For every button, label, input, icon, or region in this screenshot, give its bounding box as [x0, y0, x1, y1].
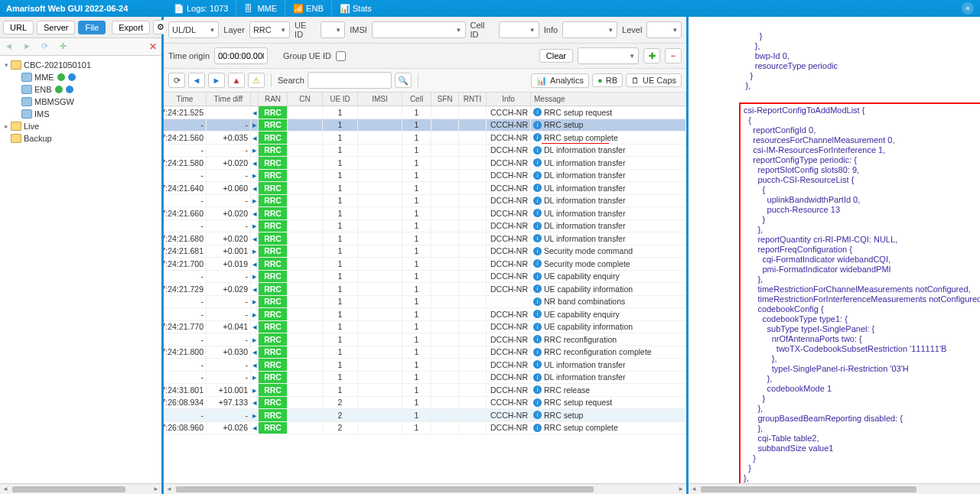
add-filter-icon[interactable]: ✚	[643, 48, 660, 63]
uldl-combo[interactable]: UL/DL▼	[168, 21, 219, 38]
cell-imsi	[358, 170, 402, 182]
tab-enb[interactable]: 📶ENB	[285, 0, 331, 17]
table-row[interactable]: 17:24:21.729+0.029◂RRC11DCCH-NRiUE capab…	[164, 283, 686, 296]
direction-icon: ◂	[251, 321, 259, 333]
center-scrollbar-h[interactable]: ◄►	[164, 483, 686, 494]
uecaps-button[interactable]: 🗒UE Caps	[626, 73, 682, 87]
col-msg[interactable]: Message	[531, 93, 686, 106]
tree-backup[interactable]: Backup	[2, 132, 160, 145]
group-ue-checkbox[interactable]	[336, 51, 346, 61]
table-row[interactable]: --▸RRC11DCCH-NRiDL information transfer	[164, 145, 686, 158]
cell-ue: 1	[323, 145, 358, 157]
col-cn[interactable]: CN	[288, 93, 323, 106]
tree-live[interactable]: ▸Live	[2, 120, 160, 132]
table-row[interactable]: --▸RRC11DCCH-NRiRRC reconfiguration	[164, 333, 686, 346]
nav-next-icon[interactable]: ►	[208, 73, 225, 88]
table-row[interactable]: --▸RRC11DCCH-NRiDL information transfer	[164, 372, 686, 385]
cell-sfn	[431, 145, 459, 157]
clear-combo[interactable]: ▼	[578, 47, 639, 64]
col-info[interactable]: Info	[487, 93, 531, 106]
col-cell[interactable]: Cell	[402, 93, 431, 106]
table-row[interactable]: 17:24:21.700+0.019◂RRC11DCCH-NRiSecurity…	[164, 258, 686, 271]
cell-msg: iDL information transfer	[531, 372, 686, 384]
table-row[interactable]: 17:26:08.960+0.026◂RRC21DCCH-NRiRRC setu…	[164, 422, 686, 435]
server-button[interactable]: Server	[37, 21, 75, 34]
table-row[interactable]: 17:24:21.681+0.001▸RRC11DCCH-NRiSecurity…	[164, 245, 686, 258]
table-row[interactable]: --▸RRC21CCCH-NRiRRC setup	[164, 409, 686, 422]
table-row[interactable]: --▸RRC11DCCH-NRiDL information transfer	[164, 220, 686, 233]
left-scrollbar-h[interactable]: ◄►	[0, 483, 161, 494]
warning-icon[interactable]: ▲	[228, 73, 245, 88]
col-ue[interactable]: UE ID	[323, 93, 358, 106]
close-icon[interactable]: ✕	[149, 41, 157, 52]
direction-icon: ◂	[251, 422, 259, 434]
tab-mme[interactable]: 🗄MME	[236, 0, 285, 17]
remove-filter-icon[interactable]: −	[665, 48, 682, 63]
rb-button[interactable]: ●RB	[592, 73, 623, 87]
table-row[interactable]: --▸RRC11DCCH-NRiDL information transfer	[164, 195, 686, 208]
table-row[interactable]: 17:24:21.525◂RRC11CCCH-NRiRRC setup requ…	[164, 106, 686, 119]
right-arrow-icon[interactable]: ►	[23, 41, 34, 52]
cell-info: DCCH-NR	[487, 145, 531, 157]
table-row[interactable]: 17:24:31.801+10.001▸RRC11DCCH-NRiRRC rel…	[164, 384, 686, 397]
cell-cn	[288, 409, 323, 421]
tree-item-ims[interactable]: IMS	[2, 108, 160, 120]
cell-sfn	[431, 271, 459, 283]
collapse-left-icon[interactable]: «	[962, 2, 974, 15]
tree-item-enb[interactable]: ENB	[2, 83, 160, 96]
info-combo[interactable]: ▼	[562, 21, 617, 38]
tab-logs-label: Logs: 1073	[187, 4, 228, 13]
tree-root[interactable]: ▾CBC-2021050101	[2, 59, 160, 71]
tree-item-mbmsgw[interactable]: MBMSGW	[2, 96, 160, 108]
tree-item-mme[interactable]: MME	[2, 71, 160, 83]
analytics-button[interactable]: 📊Analytics	[531, 73, 589, 88]
table-row[interactable]: 17:26:08.934+97.133◂RRC21CCCH-NRiRRC set…	[164, 397, 686, 410]
table-row[interactable]: --▸RRC11DCCH-NRiUE capability enquiry	[164, 271, 686, 284]
table-row[interactable]: --▸RRC11DCCH-NRiDL information transfer	[164, 170, 686, 183]
cell-sfn	[431, 409, 459, 421]
table-row[interactable]: 17:24:21.800+0.030◂RRC11DCCH-NRiRRC reco…	[164, 346, 686, 359]
table-row[interactable]: 17:24:21.560+0.035◂RRC11DCCH-NRiRRC setu…	[164, 132, 686, 145]
search-input[interactable]	[308, 72, 392, 89]
alert-icon[interactable]: ⚠	[248, 73, 265, 88]
nav-prev-icon[interactable]: ◄	[188, 73, 205, 88]
table-row[interactable]: --▸RRC11iNR band combinations	[164, 296, 686, 309]
col-ran[interactable]: RAN	[259, 93, 288, 106]
col-imsi[interactable]: IMSI	[358, 93, 402, 106]
col-time[interactable]: Time	[164, 93, 207, 106]
time-origin-input[interactable]	[214, 47, 268, 64]
add-icon[interactable]: ✚	[60, 41, 70, 52]
tab-logs[interactable]: 📄Logs: 1073	[166, 0, 236, 17]
level-combo[interactable]: ▼	[646, 21, 682, 38]
table-row[interactable]: 17:24:21.770+0.041◂RRC11DCCH-NRiUE capab…	[164, 321, 686, 334]
search-icon[interactable]: 🔍	[395, 73, 412, 88]
tab-stats[interactable]: 📊Stats	[331, 0, 379, 17]
table-row[interactable]: 17:24:21.680+0.020◂RRC11DCCH-NRiUL infor…	[164, 232, 686, 245]
refresh-icon[interactable]: ⟳	[168, 73, 185, 88]
grid-body[interactable]: 17:24:21.525◂RRC11CCCH-NRiRRC setup requ…	[164, 106, 686, 483]
cell-ran: RRC	[259, 170, 288, 182]
table-row[interactable]: 17:24:21.580+0.020◂RRC11DCCH-NRiUL infor…	[164, 157, 686, 170]
table-row[interactable]: --◂RRC11DCCH-NRiUL information transfer	[164, 359, 686, 372]
table-row[interactable]: 17:24:21.640+0.060◂RRC11DCCH-NRiUL infor…	[164, 182, 686, 195]
col-sfn[interactable]: SFN	[431, 93, 459, 106]
layer-combo[interactable]: RRC▼	[249, 21, 290, 38]
refresh-icon[interactable]: ⟳	[41, 41, 52, 52]
table-row[interactable]: --▸RRC11DCCH-NRiUE capability enquiry	[164, 308, 686, 321]
export-button[interactable]: Export	[112, 21, 150, 34]
col-rnti[interactable]: RNTI	[459, 93, 487, 106]
url-button[interactable]: URL	[3, 21, 34, 34]
right-scrollbar-h[interactable]: ◄►	[689, 483, 980, 494]
col-tdiff[interactable]: Time diff	[207, 93, 251, 106]
table-row[interactable]: --▸RRC11CCCH-NRiRRC setup	[164, 119, 686, 132]
cell-imsi	[358, 346, 402, 359]
left-arrow-icon[interactable]: ◄	[5, 41, 15, 52]
message-detail[interactable]: } }, bwp-Id 0, resourceType periodic } }…	[689, 17, 980, 483]
clear-button[interactable]: Clear	[539, 49, 573, 63]
ueid-combo[interactable]: ▼	[321, 21, 346, 38]
direction-icon: ▸	[251, 220, 259, 232]
cellid-combo[interactable]: ▼	[499, 21, 539, 38]
table-row[interactable]: 17:24:21.660+0.020◂RRC11DCCH-NRiUL infor…	[164, 207, 686, 220]
imsi-combo[interactable]: ▼	[372, 21, 466, 38]
file-button[interactable]: File	[78, 21, 106, 34]
